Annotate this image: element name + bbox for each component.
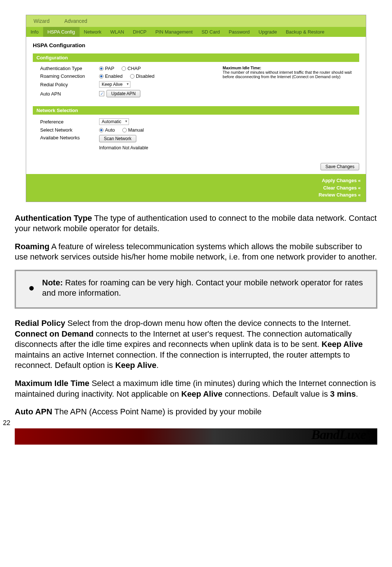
- section-configuration-header: Configuration: [33, 53, 359, 62]
- doc-p-max-idle-time: Maximum Idle Time Select a maximum idle …: [15, 378, 377, 399]
- section-configuration: Authentication Type PAP CHAP Roaming Con…: [33, 62, 359, 106]
- top-tab-bar: Wizard Advanced: [26, 15, 366, 27]
- auto-apn-label: Auto APN: [40, 91, 99, 97]
- subtab-network[interactable]: Network: [80, 27, 106, 37]
- footer-links-bar: Apply Changes « Clear Changes « Review C…: [26, 174, 366, 202]
- tab-wizard[interactable]: Wizard: [26, 15, 57, 27]
- preference-label: Preference: [40, 119, 99, 125]
- screenshot-panel: Wizard Advanced Info HSPA Config Network…: [26, 15, 366, 202]
- auth-pap-label: PAP: [105, 66, 114, 71]
- sub-tab-bar: Info HSPA Config Network WLAN DHCP PIN M…: [26, 27, 366, 37]
- auth-chap-radio[interactable]: CHAP: [122, 66, 141, 71]
- roaming-disabled-label: Disabled: [136, 73, 155, 79]
- subtab-hspa-config[interactable]: HSPA Config: [43, 27, 80, 37]
- auto-apn-checkbox[interactable]: ✓: [99, 91, 104, 96]
- doc-p-auto-apn: Auto APN The APN (Access Point Name) is …: [15, 407, 377, 417]
- select-network-label: Select Network: [40, 127, 99, 133]
- section-network-selection-header: Network Selection: [33, 106, 359, 115]
- redial-policy-select[interactable]: Keep Alive: [99, 81, 130, 88]
- subtab-wlan[interactable]: WLAN: [106, 27, 129, 37]
- max-idle-time-help: Maximum Idle Time: The number of minutes…: [211, 66, 352, 100]
- auth-pap-radio[interactable]: PAP: [99, 66, 114, 71]
- subtab-dhcp[interactable]: DHCP: [129, 27, 151, 37]
- max-idle-time-text: The number of minutes without internet t…: [223, 70, 352, 79]
- subtab-sd-card[interactable]: SD Card: [197, 27, 224, 37]
- auth-type-label: Authentication Type: [40, 66, 99, 71]
- preference-select[interactable]: Automatic: [99, 118, 129, 125]
- section-network-selection: Preference Automatic Select Network Auto…: [33, 115, 359, 156]
- subtab-upgrade[interactable]: Upgrade: [254, 27, 281, 37]
- page-title: HSPA Configuration: [33, 42, 359, 48]
- subtab-backup-restore[interactable]: Backup & Restore: [281, 27, 329, 37]
- brand-logo: BandLuxeTM: [311, 427, 374, 442]
- available-networks-label: Availabe Networks: [40, 135, 99, 140]
- roaming-disabled-radio[interactable]: Disabled: [130, 73, 155, 79]
- roaming-enabled-radio[interactable]: Enabled: [99, 73, 123, 79]
- review-changes-link[interactable]: Review Changes «: [31, 191, 361, 199]
- subtab-info[interactable]: Info: [26, 27, 43, 37]
- tab-advanced[interactable]: Advanced: [57, 15, 95, 27]
- max-idle-time-title: Maximum Idle Time:: [223, 66, 352, 70]
- auth-chap-label: CHAP: [127, 66, 141, 71]
- select-network-manual-radio[interactable]: Manual: [122, 127, 144, 133]
- roaming-label: Roaming Connection: [40, 73, 99, 79]
- update-apn-button[interactable]: Update APN: [106, 90, 140, 97]
- footer-bar: BandLuxeTM: [15, 428, 377, 445]
- clear-changes-link[interactable]: Clear Changes «: [31, 184, 361, 192]
- roaming-enabled-label: Enabled: [105, 73, 123, 79]
- doc-auth-type-term: Authentication Type: [15, 213, 92, 223]
- redial-policy-label: Redial Policy: [40, 82, 99, 87]
- select-network-auto-radio[interactable]: Auto: [99, 127, 115, 133]
- doc-roaming-term: Roaming: [15, 242, 49, 251]
- save-changes-button[interactable]: Save Changes: [321, 163, 359, 170]
- info-not-available: Information Not Available: [99, 145, 148, 150]
- bullet-icon: ●: [21, 283, 42, 293]
- note-label: Note:: [42, 278, 63, 287]
- subtab-pin-management[interactable]: PIN Management: [151, 27, 197, 37]
- note-box: ● Note: Rates for roaming can be very hi…: [15, 270, 377, 309]
- select-network-auto-label: Auto: [105, 127, 115, 133]
- page-number: 22: [3, 419, 10, 427]
- doc-p-roaming: Roaming A feature of wireless telecommun…: [15, 241, 377, 262]
- doc-p-redial-policy: Redial Policy Select from the drop-down …: [15, 318, 377, 371]
- subtab-password[interactable]: Password: [224, 27, 254, 37]
- apply-changes-link[interactable]: Apply Changes «: [31, 177, 361, 184]
- scan-network-button[interactable]: Scan Network: [99, 135, 136, 142]
- select-network-manual-label: Manual: [128, 127, 144, 133]
- doc-p-auth-type: Authentication Type The type of authenti…: [15, 213, 377, 234]
